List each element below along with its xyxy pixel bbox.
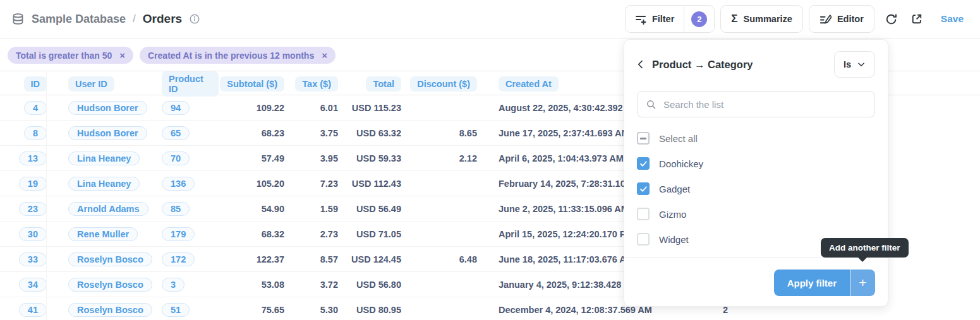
table-row[interactable]: 19 Lina Heaney 136 105.20 7.23 USD 112.4… [0, 171, 733, 196]
close-icon[interactable]: × [119, 50, 125, 60]
column-header-user-id[interactable]: User ID [68, 76, 114, 92]
tax-cell[interactable]: 7.23 [288, 179, 342, 189]
table-row[interactable]: 4 Hudson Borer 94 109.22 6.01 USD 115.23… [0, 95, 733, 121]
product-id-cell[interactable]: 65 [162, 126, 190, 140]
discount-cell[interactable]: 8.65 [405, 128, 481, 138]
id-cell[interactable]: 4 [24, 101, 47, 115]
id-cell[interactable]: 33 [19, 252, 47, 266]
product-id-cell[interactable]: 51 [162, 303, 190, 317]
discount-cell[interactable]: 2.12 [405, 153, 481, 163]
apply-filter-button[interactable]: Apply filter [774, 270, 850, 296]
filter-count-section[interactable]: 2 [684, 6, 714, 32]
user-cell[interactable]: Roselyn Bosco [68, 278, 152, 292]
user-cell[interactable]: Lina Heaney [68, 177, 140, 191]
id-cell[interactable]: 34 [19, 278, 47, 292]
total-cell[interactable]: USD 71.05 [342, 229, 405, 239]
checked-checkbox-icon[interactable] [637, 182, 650, 195]
unchecked-checkbox-icon[interactable] [637, 208, 650, 220]
product-id-cell[interactable]: 70 [162, 151, 190, 165]
operator-dropdown[interactable]: Is [834, 51, 875, 78]
unchecked-checkbox-icon[interactable] [637, 233, 650, 246]
filter-button[interactable]: Filter 2 [625, 5, 715, 33]
subtotal-cell[interactable]: 57.49 [219, 153, 288, 163]
tax-cell[interactable]: 6.01 [288, 103, 342, 113]
add-filter-plus-button[interactable]: + [850, 270, 875, 296]
id-cell[interactable]: 41 [19, 303, 47, 317]
id-cell[interactable]: 23 [19, 202, 47, 216]
id-cell[interactable]: 8 [24, 126, 47, 140]
tax-cell[interactable]: 8.57 [288, 254, 342, 264]
subtotal-cell[interactable]: 68.23 [219, 128, 288, 138]
table-row[interactable]: 30 Rene Muller 179 68.32 2.73 USD 71.05 … [0, 222, 733, 247]
save-button[interactable]: Save [941, 13, 964, 25]
total-cell[interactable]: USD 56.80 [342, 280, 405, 290]
subtotal-cell[interactable]: 54.90 [219, 204, 288, 214]
total-cell[interactable]: USD 124.45 [342, 254, 405, 264]
tax-cell[interactable]: 2.73 [288, 229, 342, 239]
checked-checkbox-icon[interactable] [637, 157, 650, 170]
column-header-product-id[interactable]: Product ID [162, 71, 219, 97]
table-row[interactable]: 34 Roselyn Bosco 3 53.08 3.72 USD 56.80 … [0, 272, 733, 297]
user-cell[interactable]: Hudson Borer [68, 101, 147, 115]
subtotal-cell[interactable]: 68.32 [219, 229, 288, 239]
id-cell[interactable]: 13 [19, 151, 47, 165]
option-doohickey[interactable]: Doohickey [637, 151, 875, 176]
column-header-tax[interactable]: Tax ($) [295, 76, 338, 92]
product-id-cell[interactable]: 3 [162, 278, 185, 292]
subtotal-cell[interactable]: 75.65 [219, 305, 288, 315]
id-cell[interactable]: 30 [19, 227, 47, 241]
info-icon[interactable] [189, 13, 200, 25]
user-cell[interactable]: Rene Muller [68, 227, 138, 241]
total-cell[interactable]: USD 80.95 [342, 305, 405, 315]
breadcrumb-database[interactable]: Sample Database [32, 13, 126, 26]
column-header-created-at[interactable]: Created At [499, 76, 559, 92]
product-id-cell[interactable]: 85 [162, 202, 190, 216]
tax-cell[interactable]: 5.30 [288, 305, 342, 315]
total-cell[interactable]: USD 115.23 [342, 103, 405, 113]
table-row[interactable]: 23 Arnold Adams 85 54.90 1.59 USD 56.49 … [0, 196, 733, 222]
table-row[interactable]: 33 Roselyn Bosco 172 122.37 8.57 USD 124… [0, 247, 733, 272]
summarize-button[interactable]: Σ Summarize [720, 5, 803, 33]
subtotal-cell[interactable]: 105.20 [219, 179, 288, 189]
subtotal-cell[interactable]: 109.22 [219, 103, 288, 113]
editor-button[interactable]: Editor [809, 5, 874, 33]
table-row[interactable]: 8 Hudson Borer 65 68.23 3.75 USD 63.32 8… [0, 121, 733, 146]
search-input[interactable] [663, 99, 866, 110]
tax-cell[interactable]: 1.59 [288, 204, 342, 214]
option-gadget[interactable]: Gadget [637, 176, 875, 201]
filter-chip-total[interactable]: Total is greater than 50 × [8, 47, 133, 64]
product-id-cell[interactable]: 172 [162, 252, 195, 266]
option-gizmo[interactable]: Gizmo [637, 201, 875, 227]
user-cell[interactable]: Lina Heaney [68, 151, 140, 165]
total-cell[interactable]: USD 112.43 [342, 179, 405, 189]
id-cell[interactable]: 19 [19, 177, 47, 191]
user-cell[interactable]: Roselyn Bosco [68, 303, 152, 317]
option-select-all[interactable]: Select all [637, 126, 875, 151]
total-cell[interactable]: USD 63.32 [342, 128, 405, 138]
user-cell[interactable]: Roselyn Bosco [68, 252, 152, 266]
user-cell[interactable]: Hudson Borer [68, 126, 147, 140]
product-id-cell[interactable]: 179 [162, 227, 195, 241]
column-header-subtotal[interactable]: Subtotal ($) [220, 76, 284, 92]
total-cell[interactable]: USD 56.49 [342, 204, 405, 214]
discount-cell[interactable]: 6.48 [405, 254, 481, 264]
subtotal-cell[interactable]: 53.08 [219, 280, 288, 290]
column-header-total[interactable]: Total [366, 76, 401, 92]
user-cell[interactable]: Arnold Adams [68, 202, 148, 216]
product-id-cell[interactable]: 94 [162, 101, 190, 115]
share-icon[interactable] [910, 13, 923, 25]
product-id-cell[interactable]: 136 [162, 177, 195, 191]
back-button[interactable] [636, 51, 646, 78]
column-header-discount[interactable]: Discount ($) [410, 76, 477, 92]
table-row[interactable]: 13 Lina Heaney 70 57.49 3.95 USD 59.33 2… [0, 146, 733, 171]
filter-chip-created-at[interactable]: Created At is in the previous 12 months … [140, 47, 336, 64]
table-row[interactable]: 41 Roselyn Bosco 51 75.65 5.30 USD 80.95… [0, 297, 733, 320]
tax-cell[interactable]: 3.72 [288, 280, 342, 290]
tax-cell[interactable]: 3.95 [288, 153, 342, 163]
close-icon[interactable]: × [322, 50, 327, 60]
total-cell[interactable]: USD 59.33 [342, 153, 405, 163]
indeterminate-checkbox-icon[interactable] [637, 132, 650, 145]
column-header-id[interactable]: ID [24, 76, 47, 92]
tax-cell[interactable]: 3.75 [288, 128, 342, 138]
refresh-button[interactable] [885, 13, 898, 26]
